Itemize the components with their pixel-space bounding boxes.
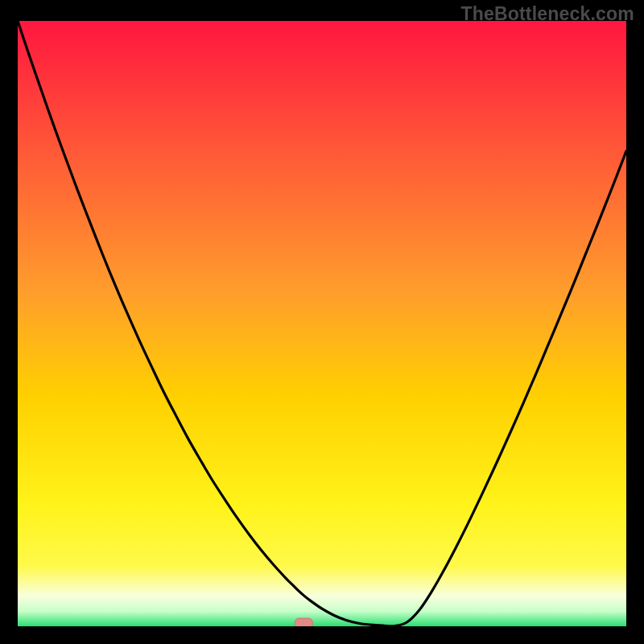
chart-frame: TheBottleneck.com [0,0,644,644]
gradient-background [18,21,626,626]
plot-area [18,21,626,626]
minimum-marker [295,618,312,626]
chart-svg [18,21,626,626]
